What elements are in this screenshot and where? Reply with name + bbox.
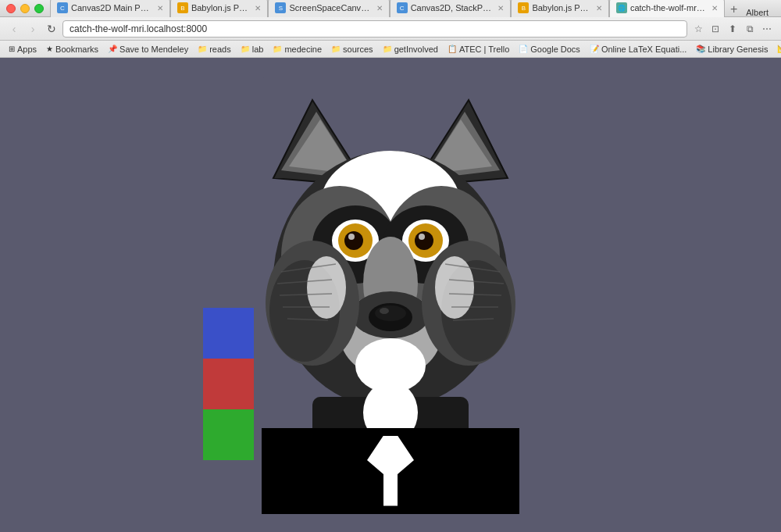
back-icon: ‹ xyxy=(12,23,16,35)
tab-close-icon[interactable]: ✕ xyxy=(711,4,718,12)
bookmark-label: reads xyxy=(209,45,231,54)
share-button[interactable]: ⬆ xyxy=(725,21,740,37)
minimize-button[interactable] xyxy=(20,4,30,13)
tab-label: Babylon.js Playground xyxy=(532,3,590,12)
swatch-red xyxy=(203,359,254,409)
tab-close-icon[interactable]: ✕ xyxy=(596,4,602,12)
folder-icon: 📁 xyxy=(198,45,207,53)
user-avatar: Albert xyxy=(740,8,775,17)
maximize-button[interactable] xyxy=(34,4,44,13)
bookmark-label: Save to Mendeley xyxy=(119,45,188,54)
tab-canvas2d-stack[interactable]: C Canvas2D, StackPanel, and ... ✕ xyxy=(390,0,512,17)
black-bottom-area xyxy=(262,428,519,514)
bookmark-label: Bookmarks xyxy=(55,45,98,54)
svg-point-20 xyxy=(419,234,425,240)
bookmark-latex[interactable]: 📝 Online LaTeX Equati... xyxy=(586,44,690,55)
tabs-bar: C Canvas2D Main Post - Anno... ✕ B Babyl… xyxy=(50,0,775,17)
tab-label: Canvas2D Main Post - Anno... xyxy=(71,3,151,12)
tab-close-icon[interactable]: ✕ xyxy=(497,4,504,12)
bookmark-label: getInvolved xyxy=(394,45,438,54)
bookmark-trello[interactable]: 📋 ATEC | Trello xyxy=(444,44,513,55)
svg-point-26 xyxy=(380,308,389,314)
folder-icon: 📁 xyxy=(273,45,282,53)
tab-close-icon[interactable]: ✕ xyxy=(157,4,163,12)
math-icon: 📐 xyxy=(777,45,781,53)
nav-right-buttons: ☆ ⊡ ⬆ ⧉ ⋯ xyxy=(690,21,775,37)
page-content xyxy=(0,58,781,532)
wolf-container xyxy=(211,77,570,514)
folder-icon: 📁 xyxy=(331,45,341,53)
nav-bar: ‹ › ↻ catch-the-wolf-mri.localhost:8000 … xyxy=(0,17,781,41)
bookmark-medecine[interactable]: 📁 medecine xyxy=(269,44,326,55)
bookmark-sources[interactable]: 📁 sources xyxy=(327,44,377,55)
svg-point-19 xyxy=(348,234,355,240)
traffic-lights xyxy=(6,4,44,13)
bookmark-label: medecine xyxy=(284,45,322,54)
tab-screenspace[interactable]: S ScreenSpaceCanvas2D Res... ✕ xyxy=(268,0,389,17)
tab-close-icon[interactable]: ✕ xyxy=(255,4,261,12)
apps-icon: ⊞ xyxy=(9,45,15,53)
docs-icon: 📄 xyxy=(519,45,528,53)
tab-label: ScreenSpaceCanvas2D Res... xyxy=(289,3,369,12)
tab-label: Babylon.js Playground xyxy=(191,3,249,12)
svg-point-18 xyxy=(415,231,433,250)
refresh-button[interactable]: ↻ xyxy=(44,21,59,37)
bookmark-label: Library Genesis xyxy=(708,45,768,54)
forward-button[interactable]: › xyxy=(25,21,41,37)
libgen-icon: 📚 xyxy=(696,45,705,53)
tab-canvas2d-main[interactable]: C Canvas2D Main Post - Anno... ✕ xyxy=(50,0,170,17)
close-button[interactable] xyxy=(6,4,16,13)
bookmark-label: sources xyxy=(343,45,373,54)
tab-wolf[interactable]: 🌐 catch-the-wolf-mri.localhos... ✕ xyxy=(609,0,725,17)
white-tie xyxy=(367,436,414,506)
folder-icon: 📁 xyxy=(241,45,250,53)
bookmark-apps[interactable]: ⊞ Apps xyxy=(5,44,41,55)
settings-button[interactable]: ⋯ xyxy=(759,21,775,37)
bookmark-reads[interactable]: 📁 reads xyxy=(194,44,235,55)
extensions-button[interactable]: ⧉ xyxy=(742,21,758,37)
bookmark-libgen[interactable]: 📚 Library Genesis xyxy=(692,44,772,55)
svg-point-25 xyxy=(375,305,406,321)
bookmark-math[interactable]: 📐 Mathematics | Free... xyxy=(773,44,781,55)
bookmark-label: lab xyxy=(252,45,264,54)
bookmark-star-button[interactable]: ☆ xyxy=(690,21,706,37)
bookmark-label: Apps xyxy=(17,45,37,54)
swatch-blue xyxy=(203,308,254,359)
browser-window: C Canvas2D Main Post - Anno... ✕ B Babyl… xyxy=(0,0,781,532)
bookmark-label: Online LaTeX Equati... xyxy=(601,45,686,54)
color-swatches xyxy=(203,308,254,460)
tab-babylon1[interactable]: B Babylon.js Playground ✕ xyxy=(170,0,269,17)
bookmark-label: Google Docs xyxy=(530,45,580,54)
url-text: catch-the-wolf-mri.localhost:8000 xyxy=(70,23,207,34)
back-button[interactable]: ‹ xyxy=(6,21,22,37)
folder-icon: 📁 xyxy=(383,45,392,53)
refresh-icon: ↻ xyxy=(47,23,56,35)
new-tab-button[interactable]: + xyxy=(728,2,740,17)
bookmark-mendeley[interactable]: 📌 Save to Mendeley xyxy=(104,44,192,55)
bookmark-lab[interactable]: 📁 lab xyxy=(237,44,268,55)
tab-close-icon[interactable]: ✕ xyxy=(376,4,383,12)
tab-babylon2[interactable]: B Babylon.js Playground ✕ xyxy=(511,0,609,17)
swatch-green xyxy=(203,409,254,460)
tab-label: Canvas2D, StackPanel, and ... xyxy=(411,3,492,12)
star-icon: ★ xyxy=(46,45,53,53)
bookmarks-bar: ⊞ Apps ★ Bookmarks 📌 Save to Mendeley 📁 … xyxy=(0,41,781,58)
bookmark-docs[interactable]: 📄 Google Docs xyxy=(515,44,584,55)
tab-label: catch-the-wolf-mri.localhos... xyxy=(630,3,705,12)
reader-mode-button[interactable]: ⊡ xyxy=(708,21,723,37)
mendeley-icon: 📌 xyxy=(108,45,117,53)
latex-icon: 📝 xyxy=(590,45,599,53)
trello-icon: 📋 xyxy=(448,45,457,53)
bookmark-bookmarks[interactable]: ★ Bookmarks xyxy=(42,44,102,55)
address-bar[interactable]: catch-the-wolf-mri.localhost:8000 xyxy=(62,20,687,37)
bookmark-getinvolved[interactable]: 📁 getInvolved xyxy=(379,44,442,55)
forward-icon: › xyxy=(31,23,35,35)
bookmark-label: ATEC | Trello xyxy=(459,45,509,54)
title-bar: C Canvas2D Main Post - Anno... ✕ B Babyl… xyxy=(0,0,781,17)
svg-point-17 xyxy=(344,231,363,250)
